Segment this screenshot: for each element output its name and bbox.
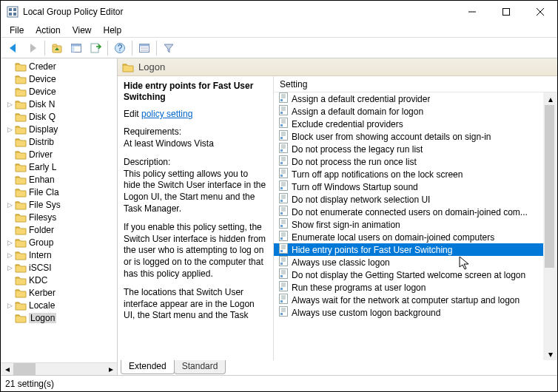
setting-list[interactable]: Assign a default credential providerAssi… xyxy=(274,92,543,360)
expander-icon[interactable] xyxy=(5,276,14,285)
setting-row[interactable]: Always use classic logon xyxy=(274,256,543,268)
setting-row[interactable]: Exclude credential providers xyxy=(274,118,543,130)
setting-row[interactable]: Show first sign-in animation xyxy=(274,218,543,231)
expander-icon[interactable] xyxy=(5,150,14,159)
scroll-right-icon[interactable]: ▸ xyxy=(104,363,117,376)
svg-rect-30 xyxy=(280,112,283,114)
tree-item[interactable]: ▷File Sys xyxy=(1,198,117,211)
help-button[interactable]: ? xyxy=(111,39,129,57)
expander-icon[interactable]: ▷ xyxy=(5,125,14,134)
show-hide-tree-button[interactable] xyxy=(67,39,85,57)
back-button[interactable] xyxy=(4,39,22,57)
tree-item[interactable]: Device xyxy=(1,85,117,98)
svg-rect-80 xyxy=(280,237,283,240)
menu-action[interactable]: Action xyxy=(30,24,66,37)
column-header-setting[interactable]: Setting xyxy=(274,76,543,92)
tree-item[interactable]: Device xyxy=(1,72,117,85)
expander-icon[interactable] xyxy=(5,87,14,96)
setting-row[interactable]: Do not process the legacy run list xyxy=(274,143,543,155)
expander-icon[interactable] xyxy=(5,75,14,84)
forward-button[interactable] xyxy=(24,39,41,57)
policy-icon xyxy=(278,168,289,180)
hscroll-thumb[interactable] xyxy=(13,363,36,376)
setting-row[interactable]: Assign a default credential provider xyxy=(274,92,543,105)
scroll-up-icon[interactable]: ▴ xyxy=(543,92,557,105)
setting-row[interactable]: Turn off Windows Startup sound xyxy=(274,180,543,193)
expander-icon[interactable]: ▷ xyxy=(5,100,14,109)
vscroll-thumb[interactable] xyxy=(545,105,554,268)
expander-icon[interactable] xyxy=(5,314,14,322)
tree-item[interactable]: Driver xyxy=(1,148,117,160)
tree-item-label: Device xyxy=(29,74,56,84)
tree-item[interactable]: Folder xyxy=(1,223,117,236)
tree-item[interactable]: Enhan xyxy=(1,173,117,186)
tree-item[interactable]: File Cla xyxy=(1,186,117,198)
setting-row[interactable]: Do not display network selection UI xyxy=(274,193,543,206)
settings-vscrollbar[interactable]: ▴ ▾ xyxy=(543,92,557,360)
tab-standard[interactable]: Standard xyxy=(174,360,226,374)
policy-icon xyxy=(278,92,289,105)
setting-row[interactable]: Turn off app notifications on the lock s… xyxy=(274,168,543,180)
setting-row[interactable]: Run these programs at user logon xyxy=(274,281,543,294)
expander-icon[interactable] xyxy=(5,175,14,184)
tree-item[interactable]: ▷Locale xyxy=(1,299,117,311)
expander-icon[interactable] xyxy=(5,112,14,121)
setting-row[interactable]: Do not process the run once list xyxy=(274,155,543,168)
scroll-left-icon[interactable]: ◂ xyxy=(1,363,13,376)
setting-row[interactable]: Enumerate local users on domain-joined c… xyxy=(274,231,543,243)
expander-icon[interactable]: ▷ xyxy=(5,238,14,247)
filter-button[interactable] xyxy=(160,39,178,57)
tree-item[interactable]: ▷Display xyxy=(1,123,117,135)
edit-policy-link[interactable]: policy setting xyxy=(141,109,192,119)
tree-item[interactable]: Early L xyxy=(1,160,117,173)
expander-icon[interactable] xyxy=(5,213,14,222)
up-button[interactable] xyxy=(48,39,66,57)
expander-icon[interactable]: ▷ xyxy=(5,301,14,310)
tree-scroll[interactable]: CrederDeviceDevice▷Disk NDisk Q▷DisplayD… xyxy=(1,58,117,362)
tree-item[interactable]: ▷Group xyxy=(1,236,117,249)
expander-icon[interactable] xyxy=(5,226,14,234)
policy-icon xyxy=(278,243,289,256)
expander-icon[interactable] xyxy=(5,62,14,71)
scroll-down-icon[interactable]: ▾ xyxy=(543,348,557,360)
setting-row[interactable]: Always wait for the network at computer … xyxy=(274,294,543,306)
setting-row[interactable]: Do not enumerate connected users on doma… xyxy=(274,206,543,218)
expander-icon[interactable] xyxy=(5,163,14,172)
tree-item[interactable]: Filesys xyxy=(1,211,117,223)
tree-item[interactable]: Distrib xyxy=(1,135,117,148)
menu-view[interactable]: View xyxy=(67,24,98,37)
tree-item-label: Display xyxy=(29,124,58,135)
setting-row[interactable]: Always use custom logon background xyxy=(274,306,543,319)
close-button[interactable] xyxy=(523,1,557,23)
properties-button[interactable] xyxy=(135,39,153,57)
tree-item[interactable]: Kerber xyxy=(1,286,117,299)
setting-label: Run these programs at user logon xyxy=(292,283,426,293)
export-button[interactable] xyxy=(87,39,104,57)
expander-icon[interactable] xyxy=(5,288,14,297)
expander-icon[interactable] xyxy=(5,138,14,146)
expander-icon[interactable]: ▷ xyxy=(5,263,14,272)
svg-rect-70 xyxy=(280,212,283,214)
tree-item[interactable]: Logon xyxy=(1,311,117,324)
tab-extended[interactable]: Extended xyxy=(121,360,175,374)
svg-rect-90 xyxy=(280,263,283,265)
menu-file[interactable]: File xyxy=(4,24,30,37)
expander-icon[interactable] xyxy=(5,188,14,197)
expander-icon[interactable]: ▷ xyxy=(5,251,14,260)
tree-item[interactable]: Disk Q xyxy=(1,110,117,123)
maximize-button[interactable] xyxy=(489,1,523,23)
tree-item[interactable]: ▷iSCSI xyxy=(1,261,117,274)
tree-item[interactable]: ▷Intern xyxy=(1,249,117,261)
setting-row[interactable]: Assign a default domain for logon xyxy=(274,105,543,118)
menu-help[interactable]: Help xyxy=(98,24,128,37)
tree-item[interactable]: Creder xyxy=(1,60,117,72)
tree-item[interactable]: KDC xyxy=(1,274,117,286)
minimize-button[interactable] xyxy=(455,1,489,23)
setting-row[interactable]: Hide entry points for Fast User Switchin… xyxy=(274,243,543,256)
setting-row[interactable]: Block user from showing account details … xyxy=(274,130,543,143)
tree-item[interactable]: ▷Disk N xyxy=(1,98,117,110)
setting-row[interactable]: Do not display the Getting Started welco… xyxy=(274,268,543,281)
svg-rect-1 xyxy=(9,8,12,11)
tree-hscrollbar[interactable]: ◂ ▸ xyxy=(1,362,117,375)
expander-icon[interactable]: ▷ xyxy=(5,200,14,209)
